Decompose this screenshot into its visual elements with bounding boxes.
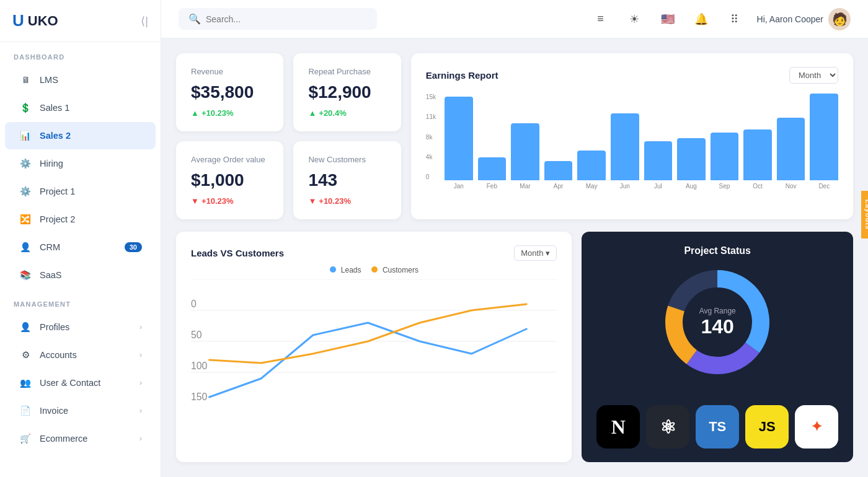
bar-may[interactable]: [577, 151, 606, 180]
arrow-up-icon: ▲: [191, 108, 199, 118]
sidebar-collapse-button[interactable]: ⟨|: [141, 14, 148, 28]
bar-label-may: May: [577, 183, 606, 190]
sales1-icon: 💲: [19, 101, 32, 115]
bar-label-aug: Aug: [677, 183, 706, 190]
bar-mar[interactable]: [511, 123, 539, 180]
sidebar-item-label-invoice: Invoice: [40, 406, 68, 416]
stat-card-revenue: Revenue $35,800 ▲ +10.23%: [176, 53, 283, 131]
sidebar-item-saas[interactable]: 📚SaaS: [5, 261, 156, 289]
stat-change-repeat-text: +20.4%: [319, 108, 346, 118]
stat-label-customers: New Customers: [308, 155, 386, 164]
customers-legend-item: Customers: [371, 266, 418, 274]
sidebar-item-hiring[interactable]: ⚙️Hiring: [5, 150, 156, 177]
sidebar-item-sales2[interactable]: 📊Sales 2: [5, 122, 156, 149]
bar-col-jul: [644, 141, 673, 180]
search-box[interactable]: 🔍: [179, 8, 377, 30]
bar-labels-row: JanFebMarAprMayJunJulAugSepOctNovDec: [445, 183, 838, 190]
sidebar-item-project2[interactable]: 🔀Project 2: [5, 206, 156, 233]
sidebar-item-sales1[interactable]: 💲Sales 1: [5, 94, 156, 121]
stat-label-aov: Average Order value: [191, 155, 268, 164]
stat-label-revenue: Revenue: [191, 67, 268, 76]
search-icon: 🔍: [188, 13, 201, 25]
stat-value-customers: 143: [308, 170, 386, 190]
sidebar-item-label-accounts: Accounts: [40, 350, 77, 360]
customers-legend-label: Customers: [383, 266, 418, 274]
arrow-down-icon-2: ▼: [308, 196, 316, 206]
sidebar-item-label-saas: SaaS: [40, 270, 61, 280]
sidebar-item-user-contact[interactable]: 👥User & Contact›: [5, 369, 156, 396]
bar-feb[interactable]: [478, 157, 507, 180]
saas-icon: 📚: [19, 268, 32, 282]
bar-nov[interactable]: [777, 118, 805, 180]
bar-jul[interactable]: [644, 141, 673, 180]
earnings-period-select[interactable]: Month Week Year: [789, 67, 838, 84]
donut-avg-value: 140: [699, 315, 736, 338]
leads-legend-label: Leads: [341, 266, 361, 274]
donut-chart: Avg Range 140: [662, 266, 773, 378]
sidebar-item-label-hiring: Hiring: [40, 159, 63, 168]
logo: U UKO: [12, 11, 58, 30]
stat-change-aov: ▼ +10.23%: [191, 196, 268, 206]
bar-label-apr: Apr: [544, 183, 573, 190]
sidebar-item-ecommerce[interactable]: 🛒Ecommerce›: [5, 425, 156, 452]
bottom-row: Leads VS Customers Month ▾ Leads Custome…: [176, 232, 853, 462]
logo-text: UKO: [28, 13, 58, 29]
leads-header: Leads VS Customers Month ▾: [191, 245, 557, 261]
bar-col-jun: [611, 113, 639, 180]
sales2-icon: 📊: [19, 129, 32, 142]
main-content: 🔍 ≡ ☀ 🇺🇸 🔔 ⠿ Hi, Aaron Cooper 🧑 Revenue: [161, 0, 868, 477]
bar-apr[interactable]: [544, 161, 573, 180]
bar-aug[interactable]: [677, 138, 706, 180]
chevron-right-icon-invoice: ›: [140, 406, 142, 415]
sidebar-item-crm[interactable]: 👤CRM30: [5, 234, 156, 261]
sidebar-item-invoice[interactable]: 📄Invoice›: [5, 397, 156, 424]
notification-icon[interactable]: 🔔: [690, 8, 712, 30]
lms-icon: 🖥: [19, 73, 32, 87]
search-input[interactable]: [206, 14, 367, 24]
sidebar-item-project1[interactable]: ⚙️Project 1: [5, 178, 156, 205]
stat-label-repeat: Repeat Purchase: [308, 67, 386, 76]
header: 🔍 ≡ ☀ 🇺🇸 🔔 ⠿ Hi, Aaron Cooper 🧑: [161, 0, 868, 38]
bar-dec[interactable]: [810, 94, 838, 180]
theme-toggle-icon[interactable]: ☀: [623, 8, 645, 30]
apps-icon[interactable]: ⠿: [724, 8, 746, 30]
tech-icons-row: N ⚛ TS JS ✦: [596, 405, 838, 449]
bar-oct[interactable]: [743, 129, 772, 180]
sidebar-item-profiles[interactable]: 👤Profiles›: [5, 313, 156, 341]
profiles-icon: 👤: [19, 320, 32, 334]
earnings-title: Earnings Report: [426, 70, 498, 81]
crm-icon: 👤: [19, 240, 32, 254]
svg-text:100: 100: [191, 361, 207, 371]
svg-text:50: 50: [191, 330, 202, 340]
sidebar: U UKO ⟨| DASHBOARD🖥LMS💲Sales 1📊Sales 2⚙️…: [0, 0, 161, 477]
tech-icon-javascript: JS: [745, 405, 789, 449]
bar-sep[interactable]: [711, 133, 739, 180]
sidebar-item-lms[interactable]: 🖥LMS: [5, 66, 156, 94]
layouts-tab[interactable]: Layouts: [861, 191, 868, 239]
sidebar-item-accounts[interactable]: ⚙Accounts›: [5, 341, 156, 369]
leads-period-button[interactable]: Month ▾: [514, 245, 557, 261]
menu-icon[interactable]: ≡: [590, 8, 612, 30]
sidebar-item-label-ecommerce: Ecommerce: [40, 434, 87, 444]
top-cards-row: Revenue $35,800 ▲ +10.23% Repeat Purchas…: [176, 53, 853, 219]
stat-row-2: Average Order value $1,000 ▼ +10.23% New…: [176, 141, 401, 219]
line-chart-svg: 150 100 50 0 Sat Sun Mon Tue Wed Thu Fri: [191, 279, 557, 403]
bar-jan[interactable]: [445, 97, 473, 180]
sidebar-item-label-sales1: Sales 1: [40, 103, 69, 113]
bar-col-apr: [544, 161, 573, 180]
sidebar-item-label-user-contact: User & Contact: [40, 378, 100, 388]
bar-col-oct: [743, 129, 772, 180]
donut-label: Avg Range 140: [699, 307, 736, 338]
flag-icon[interactable]: 🇺🇸: [657, 8, 679, 30]
sidebar-item-label-project2: Project 2: [40, 214, 75, 224]
bar-label-jun: Jun: [611, 183, 639, 190]
stat-change-revenue-text: +10.23%: [202, 108, 234, 118]
sidebar-logo: U UKO ⟨|: [0, 0, 161, 42]
chevron-right-icon-ecommerce: ›: [140, 434, 142, 443]
stat-cards-grid: Revenue $35,800 ▲ +10.23% Repeat Purchas…: [176, 53, 401, 219]
bar-col-dec: [810, 94, 838, 180]
bar-jun[interactable]: [611, 113, 639, 180]
stat-change-customers: ▼ +10.23%: [308, 196, 386, 206]
stat-row-1: Revenue $35,800 ▲ +10.23% Repeat Purchas…: [176, 53, 401, 131]
invoice-icon: 📄: [19, 404, 32, 418]
